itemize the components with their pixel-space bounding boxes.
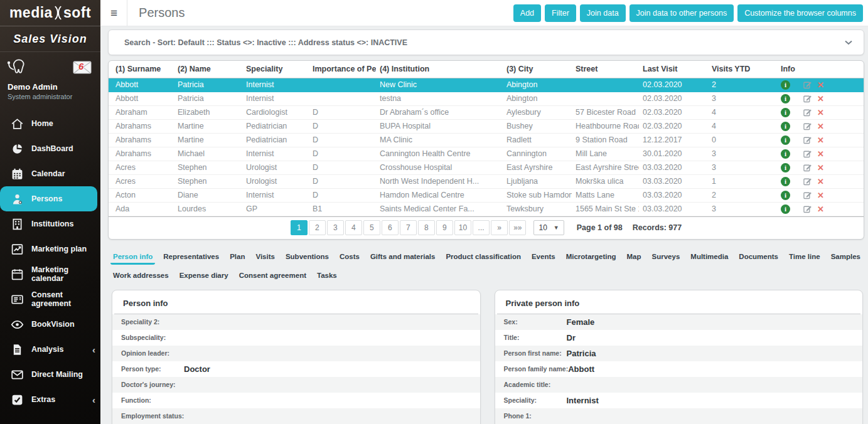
edit-icon[interactable] bbox=[803, 205, 812, 213]
table-row[interactable]: AcresStephenUrologistDNorth West Indepen… bbox=[109, 174, 864, 188]
sidebar-item-marketing-calendar[interactable]: Marketing calendar bbox=[0, 262, 100, 287]
tab-surveys[interactable]: Surveys bbox=[651, 251, 682, 265]
tab-time-line[interactable]: Time line bbox=[788, 251, 822, 265]
page-button-6[interactable]: 6 bbox=[382, 220, 399, 235]
page-button-5[interactable]: 5 bbox=[363, 220, 380, 235]
tab-consent-agreement[interactable]: Consent agreement bbox=[238, 270, 308, 284]
edit-icon[interactable] bbox=[803, 122, 812, 130]
table-row[interactable]: AbrahamsMartinePediatricianDMA ClinicRad… bbox=[109, 133, 864, 147]
delete-icon[interactable]: ✕ bbox=[817, 205, 824, 213]
table-row[interactable]: AdaLourdesGPB1Saints Medical Center Fa..… bbox=[109, 202, 864, 216]
column-header-importance-of-person[interactable]: Importance of Person bbox=[309, 61, 376, 78]
tab-subventions[interactable]: Subventions bbox=[284, 251, 330, 265]
edit-icon[interactable] bbox=[803, 191, 812, 199]
chevron-down-icon[interactable] bbox=[845, 40, 852, 45]
tab-visits[interactable]: Visits bbox=[254, 251, 276, 265]
table-row[interactable]: AbbottPatriciaInternistNew ClinicAbingto… bbox=[109, 78, 864, 92]
sidebar-item-marketing-plan[interactable]: Marketing plan bbox=[0, 236, 100, 262]
tab-documents[interactable]: Documents bbox=[737, 251, 780, 265]
table-row[interactable]: AbbottPatriciaInternisttestnaAbington02.… bbox=[109, 92, 864, 105]
column-header-1-surname[interactable]: (1) Surname bbox=[109, 61, 174, 78]
page-button-3[interactable]: 3 bbox=[327, 220, 344, 235]
tab-costs[interactable]: Costs bbox=[338, 251, 361, 265]
edit-icon[interactable] bbox=[803, 150, 812, 158]
info-icon[interactable]: i bbox=[781, 108, 790, 117]
column-header-2-name[interactable]: (2) Name bbox=[174, 61, 242, 78]
info-icon[interactable]: i bbox=[781, 122, 790, 131]
column-header-street[interactable]: Street bbox=[572, 61, 639, 78]
delete-icon[interactable]: ✕ bbox=[817, 95, 824, 103]
sidebar-item-dashboard[interactable]: DashBoard bbox=[0, 136, 100, 161]
page-button-7[interactable]: 7 bbox=[400, 220, 417, 235]
column-header-speciality[interactable]: Speciality bbox=[242, 61, 309, 78]
sidebar-item-calendar[interactable]: Calendar bbox=[0, 161, 100, 186]
page-button-4[interactable]: 4 bbox=[345, 220, 362, 235]
info-icon[interactable]: i bbox=[781, 204, 790, 214]
add-button[interactable]: Add bbox=[513, 4, 541, 22]
column-header-4-institution[interactable]: (4) Institution bbox=[376, 61, 503, 78]
info-icon[interactable]: i bbox=[781, 163, 790, 172]
tab-samples[interactable]: Samples bbox=[830, 251, 862, 265]
tab-person-info[interactable]: Person info bbox=[112, 251, 154, 265]
tab-tasks[interactable]: Tasks bbox=[316, 270, 338, 284]
next-pages-button[interactable]: » bbox=[491, 220, 508, 235]
tab-events[interactable]: Events bbox=[530, 251, 557, 265]
info-icon[interactable]: i bbox=[781, 177, 790, 186]
customize-the-browser-columns-button[interactable]: Customize the browser columns bbox=[737, 4, 863, 22]
tab-work-addresses[interactable]: Work addresses bbox=[112, 270, 170, 284]
info-icon[interactable]: i bbox=[781, 135, 790, 145]
info-icon[interactable]: i bbox=[781, 80, 790, 90]
join-data-to-other-persons-button[interactable]: Join data to other persons bbox=[630, 4, 734, 22]
sidebar-item-bookvision[interactable]: BookVision bbox=[0, 312, 100, 337]
page-button-9[interactable]: 9 bbox=[436, 220, 453, 235]
delete-icon[interactable]: ✕ bbox=[817, 178, 824, 186]
sidebar-item-direct-mailing[interactable]: Direct Mailing bbox=[0, 362, 100, 387]
tab-map[interactable]: Map bbox=[626, 251, 643, 265]
sidebar-item-consent-agreement[interactable]: Consent agreement bbox=[0, 287, 100, 312]
messages-button[interactable]: 6 bbox=[73, 61, 92, 74]
tab-multimedia[interactable]: Multimedia bbox=[689, 251, 729, 265]
sidebar-item-institutions[interactable]: Institutions bbox=[0, 211, 100, 236]
page-size-select[interactable]: 10 ▼ bbox=[533, 220, 564, 235]
edit-icon[interactable] bbox=[803, 95, 812, 103]
page-button-2[interactable]: 2 bbox=[309, 220, 326, 235]
delete-icon[interactable]: ✕ bbox=[817, 109, 824, 117]
edit-icon[interactable] bbox=[803, 164, 812, 172]
edit-icon[interactable] bbox=[803, 136, 812, 144]
delete-icon[interactable]: ✕ bbox=[817, 191, 824, 199]
info-icon[interactable]: i bbox=[781, 191, 790, 200]
sidebar-item-persons[interactable]: Persons bbox=[0, 186, 97, 211]
more-pages-button[interactable]: ... bbox=[473, 220, 490, 235]
sidebar-item-analysis[interactable]: Analysis‹ bbox=[0, 337, 100, 362]
hamburger-menu-icon[interactable]: ≡ bbox=[110, 7, 117, 19]
search-filter-bar[interactable]: Search - Sort: Default ::: Status <>: In… bbox=[108, 29, 864, 55]
tab-expense-diary[interactable]: Expense diary bbox=[178, 270, 230, 284]
edit-icon[interactable] bbox=[803, 109, 812, 117]
delete-icon[interactable]: ✕ bbox=[817, 150, 824, 158]
table-row[interactable]: AcresStephenUrologistDCrosshouse Hospita… bbox=[109, 161, 864, 174]
table-row[interactable]: AbrahamsMichaelInternistDCannington Heal… bbox=[109, 147, 864, 161]
tab-representatives[interactable]: Representatives bbox=[162, 251, 220, 265]
table-row[interactable]: ActonDianeInternistDHamdon Medical Centr… bbox=[109, 188, 864, 202]
sidebar-item-extras[interactable]: Extras‹ bbox=[0, 387, 100, 412]
join-data-button[interactable]: Join data bbox=[580, 4, 626, 22]
last-page-button[interactable]: »» bbox=[509, 220, 526, 235]
tab-microtargeting[interactable]: Microtargeting bbox=[565, 251, 618, 265]
table-row[interactable]: AbrahamElizabethCardiologistDDr Abraham´… bbox=[109, 105, 864, 119]
edit-icon[interactable] bbox=[803, 81, 812, 89]
delete-icon[interactable]: ✕ bbox=[817, 164, 824, 172]
tab-plan[interactable]: Plan bbox=[228, 251, 246, 265]
table-row[interactable]: AbrahamsMartinePediatricianDBUPA Hospita… bbox=[109, 119, 864, 133]
column-header-last-visit[interactable]: Last Visit bbox=[639, 61, 708, 78]
column-header-info[interactable]: Info bbox=[777, 61, 864, 78]
page-button-10[interactable]: 10 bbox=[454, 220, 471, 235]
info-icon[interactable]: i bbox=[781, 149, 790, 159]
delete-icon[interactable]: ✕ bbox=[817, 136, 824, 144]
column-header-visits-ytd[interactable]: Visits YTD bbox=[708, 61, 777, 78]
info-icon[interactable]: i bbox=[781, 94, 790, 103]
tab-product-classification[interactable]: Product classification bbox=[444, 251, 522, 265]
filter-button[interactable]: Filter bbox=[545, 4, 576, 22]
sidebar-item-home[interactable]: Home bbox=[0, 111, 100, 136]
delete-icon[interactable]: ✕ bbox=[817, 81, 824, 89]
tab-gifts-and-materials[interactable]: Gifts and materials bbox=[369, 251, 437, 265]
